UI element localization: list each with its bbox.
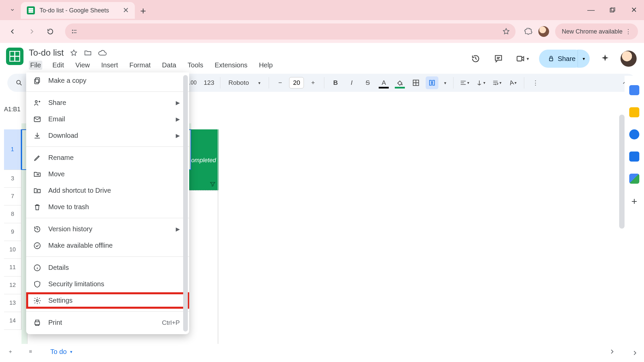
reload-icon xyxy=(47,28,54,35)
text-color-button[interactable]: A xyxy=(377,76,390,89)
sheets-logo-icon[interactable] xyxy=(6,48,23,65)
menu-format[interactable]: Format xyxy=(128,61,152,70)
nav-forward-button[interactable] xyxy=(25,25,38,38)
address-bar[interactable] xyxy=(65,23,516,40)
bookmark-star-icon[interactable] xyxy=(502,27,510,36)
menu-extensions[interactable]: Extensions xyxy=(213,61,249,70)
offline-icon xyxy=(33,242,42,250)
font-size-input[interactable] xyxy=(289,77,304,88)
file-menu-print[interactable]: PrintCtrl+P xyxy=(26,314,189,331)
menu-insert[interactable]: Insert xyxy=(100,61,119,70)
menu-view[interactable]: View xyxy=(74,61,91,70)
move-button[interactable] xyxy=(84,49,92,57)
chrome-profile-avatar[interactable] xyxy=(538,25,550,38)
font-family-select[interactable]: Roboto ▾ xyxy=(225,79,264,86)
name-box[interactable]: A1:B1 xyxy=(4,104,29,115)
row-header[interactable]: 12 xyxy=(4,277,21,294)
tabs-dropdown-button[interactable] xyxy=(7,5,17,15)
more-toolbar-button[interactable]: ⋮ xyxy=(529,76,542,89)
file-menu-security[interactable]: Security limitations xyxy=(26,276,189,292)
merge-dropdown-button[interactable]: ▾ xyxy=(442,76,448,89)
cloud-status-button[interactable] xyxy=(98,49,107,57)
file-menu-copy[interactable]: Make a copy xyxy=(26,72,189,89)
file-menu-history[interactable]: Version history▶ xyxy=(26,221,189,237)
horizontal-align-button[interactable]: ▾ xyxy=(458,76,471,89)
file-menu-shortcut[interactable]: Add shortcut to Drive xyxy=(26,182,189,199)
row-header[interactable]: 13 xyxy=(4,294,21,312)
menu-scrollbar-thumb[interactable] xyxy=(183,75,188,331)
file-menu-settings[interactable]: Settings xyxy=(26,292,189,309)
format-number-button[interactable]: 123 xyxy=(203,76,215,89)
file-menu-share[interactable]: Share▶ xyxy=(26,95,189,111)
menu-help[interactable]: Help xyxy=(258,61,274,70)
file-menu-trash[interactable]: Move to trash xyxy=(26,199,189,215)
window-maximize-button[interactable] xyxy=(606,3,619,17)
window-close-button[interactable]: ✕ xyxy=(627,3,641,17)
nav-reload-button[interactable] xyxy=(44,25,57,38)
tasks-addon-button[interactable] xyxy=(629,129,639,139)
menu-scrollbar[interactable] xyxy=(183,72,188,334)
text-rotation-button[interactable]: A▾ xyxy=(506,76,519,89)
side-panel-collapse-button[interactable] xyxy=(631,349,639,357)
vertical-scrollbar[interactable] xyxy=(619,115,625,339)
scrollbar-thumb[interactable] xyxy=(619,115,625,229)
strikethrough-button[interactable]: S xyxy=(361,76,374,89)
keep-addon-button[interactable] xyxy=(629,107,639,117)
new-tab-button[interactable]: + xyxy=(140,5,146,17)
get-addons-button[interactable]: + xyxy=(631,196,637,207)
site-settings-icon[interactable] xyxy=(70,28,78,35)
row-header[interactable]: 7 xyxy=(4,188,21,205)
row-header[interactable]: 3 xyxy=(4,170,21,188)
merge-cells-button[interactable] xyxy=(426,76,438,89)
all-sheets-button[interactable]: ≡ xyxy=(24,345,37,358)
file-menu-email[interactable]: Email▶ xyxy=(26,111,189,127)
row-header[interactable]: 9 xyxy=(4,223,21,241)
browser-tab[interactable]: To-do list - Google Sheets ✕ xyxy=(21,2,135,19)
row-header[interactable]: 1 xyxy=(4,129,21,170)
file-menu-offline[interactable]: Make available offline xyxy=(26,237,189,254)
file-menu-rename[interactable]: Rename xyxy=(26,149,189,166)
vertical-align-button[interactable]: ▾ xyxy=(474,76,487,89)
font-size-decrease-button[interactable]: − xyxy=(274,76,286,89)
meet-button[interactable]: ▾ xyxy=(514,51,531,66)
row-header[interactable]: 8 xyxy=(4,205,21,223)
menu-item-label: Email xyxy=(48,115,65,123)
row-header[interactable]: 10 xyxy=(4,241,21,259)
borders-button[interactable] xyxy=(410,76,422,89)
file-menu-details[interactable]: Details xyxy=(26,259,189,276)
extensions-button[interactable] xyxy=(524,27,532,36)
history-button[interactable] xyxy=(468,51,483,66)
menu-tools[interactable]: Tools xyxy=(186,61,205,70)
menu-edit[interactable]: Edit xyxy=(51,61,65,70)
explore-button[interactable] xyxy=(606,345,619,358)
document-title[interactable]: To-do list xyxy=(29,48,64,58)
row-header[interactable]: 14 xyxy=(4,312,21,330)
text-wrap-button[interactable]: ▾ xyxy=(490,76,503,89)
window-minimize-button[interactable]: ― xyxy=(584,3,598,17)
maps-addon-button[interactable] xyxy=(629,174,639,184)
nav-back-button[interactable] xyxy=(6,25,19,38)
file-menu-move[interactable]: Move xyxy=(26,166,189,182)
italic-button[interactable]: I xyxy=(345,76,358,89)
share-dropdown-button[interactable]: ▾ xyxy=(578,50,590,68)
contacts-addon-button[interactable] xyxy=(629,152,639,162)
chrome-update-chip[interactable]: New Chrome available ⋮ xyxy=(555,23,638,40)
menu-data[interactable]: Data xyxy=(161,61,177,70)
filter-button[interactable] xyxy=(209,181,216,187)
menu-separator xyxy=(26,256,189,257)
search-menus-button[interactable] xyxy=(13,76,25,89)
star-button[interactable] xyxy=(70,49,78,57)
close-tab-button[interactable]: ✕ xyxy=(123,6,129,15)
gemini-button[interactable] xyxy=(598,51,612,66)
sheet-tab-active[interactable]: To do ▾ xyxy=(44,346,78,358)
add-sheet-button[interactable]: ＋ xyxy=(4,345,17,358)
menu-file[interactable]: File xyxy=(29,61,42,70)
account-avatar[interactable] xyxy=(621,51,637,67)
calendar-addon-button[interactable] xyxy=(629,85,639,95)
fill-color-button[interactable] xyxy=(393,76,406,89)
font-size-increase-button[interactable]: + xyxy=(307,76,319,89)
bold-button[interactable]: B xyxy=(329,76,342,89)
file-menu-download[interactable]: Download▶ xyxy=(26,127,189,144)
row-header[interactable]: 11 xyxy=(4,259,21,277)
comments-button[interactable] xyxy=(491,51,506,66)
